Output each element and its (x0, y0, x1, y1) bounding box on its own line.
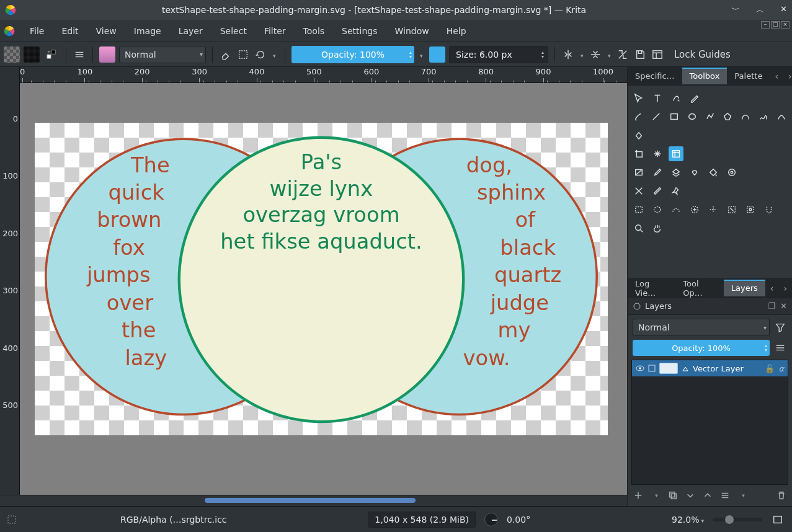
color-profile[interactable]: RGB/Alpha (…srgbtrc.icc (120, 515, 227, 525)
tool-sel-ell[interactable] (650, 202, 665, 217)
ruler-horizontal[interactable]: 01002003004005006007008009001000 (20, 67, 627, 82)
layer-menu-icon[interactable] (773, 341, 787, 355)
window-close-icon[interactable]: ✕ (780, 4, 787, 16)
menu-filter[interactable]: Filter (256, 22, 295, 40)
menu-edit[interactable]: Edit (53, 22, 87, 40)
duplicate-layer-button[interactable] (667, 490, 679, 501)
menu-image[interactable]: Image (125, 22, 170, 40)
mirror-vertical-icon[interactable] (589, 48, 602, 61)
wrap-around-icon[interactable] (616, 48, 630, 61)
brush-settings-icon[interactable] (73, 48, 86, 61)
fullscreen-icon[interactable] (771, 513, 785, 526)
tab2-nav-left[interactable]: ‹ (765, 283, 779, 293)
tool-fill[interactable] (706, 165, 721, 180)
tool-sel-similar[interactable] (743, 202, 758, 217)
tool-ellipse[interactable] (685, 109, 699, 124)
zoom-value[interactable]: 92.0% (672, 515, 704, 525)
tool-rect[interactable] (667, 109, 682, 124)
brush-preset-button[interactable] (99, 47, 115, 63)
opacity-slider[interactable]: Opacity: 100% ▴▾ (291, 46, 414, 63)
tool-crop2[interactable] (669, 146, 683, 161)
menu-tools[interactable]: Tools (295, 22, 334, 40)
menu-layer[interactable]: Layer (170, 22, 211, 40)
add-layer-dropdown[interactable] (650, 490, 661, 501)
tool-zoom[interactable] (631, 221, 646, 236)
layer-alpha-icon[interactable]: α (778, 364, 784, 373)
mirror-v-dropdown[interactable] (606, 48, 612, 60)
tab-specific[interactable]: Specific… (628, 68, 682, 84)
layer-opacity-slider[interactable]: Opacity: 100% ▴▾ (633, 340, 770, 356)
tool-pattern[interactable] (669, 165, 683, 180)
tool-calligraphy[interactable] (669, 91, 683, 105)
add-layer-button[interactable] (633, 490, 644, 501)
tool-hand[interactable] (650, 221, 665, 236)
layer-row[interactable]: Vector Layer 🔓 α (632, 360, 788, 376)
tool-line[interactable] (649, 109, 664, 124)
tool-assist[interactable] (724, 165, 739, 180)
tool-dynamic[interactable] (774, 109, 788, 124)
ruler-vertical[interactable]: 0100200300400500 (0, 83, 20, 495)
pattern-fg-button[interactable] (4, 47, 20, 63)
pattern-bg-button[interactable] (24, 47, 40, 63)
tool-measure[interactable] (650, 184, 665, 198)
reload-dropdown[interactable] (271, 48, 278, 60)
tool-grad[interactable] (631, 165, 646, 180)
tool-sel-contig[interactable] (687, 202, 702, 217)
menu-help[interactable]: Help (438, 22, 475, 40)
tool-sel-magnetic[interactable] (762, 202, 776, 217)
alpha-lock-icon[interactable] (236, 48, 250, 61)
window-minimize-icon[interactable]: ﹀ (732, 4, 740, 16)
tool-deform[interactable] (631, 184, 646, 198)
tool-polyline[interactable] (703, 109, 717, 124)
blend-mode-dropdown[interactable]: Normal ▾ (119, 46, 206, 63)
workspace-icon[interactable] (651, 48, 664, 61)
brush-size-input[interactable]: Size: 6.00 px ▴▾ (449, 46, 548, 63)
canvas-hscrollbar[interactable] (0, 495, 627, 506)
tab-layers[interactable]: Layers (724, 280, 765, 296)
tool-pin[interactable] (669, 184, 683, 198)
tool-sel-color[interactable] (706, 202, 721, 217)
visibility-icon[interactable] (636, 364, 644, 373)
tool-text[interactable] (650, 91, 665, 105)
move-layer-up-button[interactable] (702, 490, 713, 501)
tool-brush[interactable] (631, 109, 646, 124)
zoom-slider[interactable] (713, 518, 762, 521)
tool-pan[interactable] (650, 146, 665, 161)
tool-sel-bezier[interactable] (724, 202, 739, 217)
mirror-horizontal-icon[interactable] (561, 48, 575, 61)
tab-palette[interactable]: Palette (727, 68, 770, 84)
opacity-dropdown[interactable] (418, 48, 425, 60)
save-icon[interactable] (633, 48, 647, 61)
scrollbar-thumb[interactable] (205, 498, 416, 503)
close-panel-icon[interactable]: ✕ (780, 301, 787, 311)
tool-picker[interactable] (650, 165, 665, 180)
layer-filter-icon[interactable] (773, 321, 787, 334)
tool-crop[interactable] (631, 146, 646, 161)
mirror-h-dropdown[interactable] (579, 48, 585, 60)
menu-select[interactable]: Select (211, 22, 256, 40)
tool-transform[interactable] (631, 128, 646, 143)
menu-file[interactable]: File (21, 22, 53, 40)
canvas-viewport[interactable]: Thequickbrownfoxjumpsoverthelazy Pa'swij… (20, 83, 627, 495)
selection-mode-icon[interactable] (7, 515, 16, 524)
zoom-thumb[interactable] (725, 515, 734, 524)
tab-toolbox[interactable]: Toolbox (682, 68, 727, 84)
layer-lock-icon[interactable]: 🔓 (765, 364, 775, 373)
subwin-minimize-icon[interactable]: – (761, 21, 770, 29)
tool-freehand[interactable] (756, 109, 770, 124)
float-panel-icon[interactable]: ❐ (768, 301, 775, 311)
tool-sel-rect[interactable] (631, 202, 646, 217)
layer-properties-dropdown[interactable] (737, 490, 748, 501)
tool-bezier[interactable] (739, 109, 753, 124)
color-fg-swatch[interactable] (429, 47, 445, 63)
image-dimensions[interactable]: 1,040 x 548 (2.9 MiB) (368, 512, 476, 528)
tool-smart[interactable] (687, 165, 702, 180)
eraser-mode-icon[interactable] (219, 48, 233, 61)
tab2-nav-right[interactable]: › (778, 283, 792, 293)
subwin-close-icon[interactable]: × (781, 21, 790, 29)
menu-window[interactable]: Window (386, 22, 438, 40)
lock-guides-toggle[interactable]: Lock Guides (674, 49, 731, 60)
reload-preset-icon[interactable] (254, 48, 267, 61)
layer-list[interactable]: Vector Layer 🔓 α (631, 360, 788, 485)
delete-layer-button[interactable] (776, 490, 787, 501)
